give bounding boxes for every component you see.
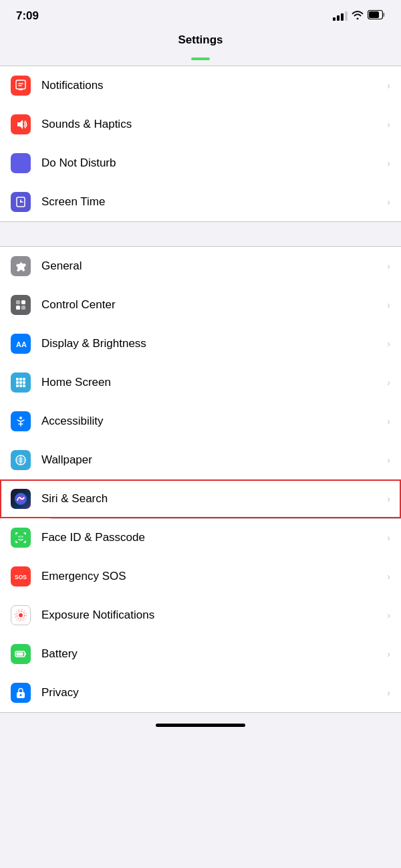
- settings-row-accessibility[interactable]: Accessibility ›: [0, 402, 401, 441]
- accessibility-chevron: ›: [387, 416, 390, 427]
- settings-row-privacy[interactable]: Privacy ›: [0, 673, 401, 712]
- settings-row-emergencysos[interactable]: SOS Emergency SOS ›: [0, 557, 401, 596]
- settings-row-general[interactable]: General ›: [0, 247, 401, 286]
- sounds-icon: [11, 114, 31, 134]
- settings-group-2: General › Control Center › AA Display & …: [0, 246, 401, 713]
- settings-group-1: Notifications › Sounds & Haptics › Do No…: [0, 66, 401, 222]
- svg-rect-22: [16, 385, 19, 387]
- svg-rect-13: [16, 306, 20, 310]
- wallpaper-chevron: ›: [387, 455, 390, 465]
- svg-text:AA: AA: [16, 340, 27, 348]
- homescreen-icon: [11, 372, 31, 393]
- svg-point-31: [22, 536, 23, 538]
- svg-point-30: [19, 536, 20, 538]
- svg-point-34: [19, 613, 23, 617]
- donotdisturb-chevron: ›: [387, 158, 390, 169]
- svg-rect-4: [19, 89, 23, 90]
- settings-row-sounds[interactable]: Sounds & Haptics ›: [0, 105, 401, 144]
- accessibility-label: Accessibility: [41, 415, 382, 428]
- screentime-chevron: ›: [387, 197, 390, 207]
- notifications-icon: [11, 76, 31, 96]
- scroll-hint: [0, 55, 401, 66]
- settings-row-exposure[interactable]: Exposure Notifications ›: [0, 596, 401, 635]
- status-icons: [333, 10, 385, 22]
- home-bar: [0, 713, 401, 732]
- svg-rect-39: [17, 653, 23, 656]
- notifications-chevron: ›: [387, 80, 390, 91]
- svg-rect-23: [19, 385, 22, 387]
- screentime-icon: [11, 192, 31, 212]
- privacy-chevron: ›: [387, 687, 390, 698]
- notifications-label: Notifications: [41, 79, 382, 92]
- svg-rect-17: [19, 378, 22, 381]
- settings-row-homescreen[interactable]: Home Screen ›: [0, 363, 401, 402]
- status-time: 7:09: [16, 9, 39, 23]
- siri-chevron: ›: [387, 494, 390, 504]
- svg-point-9: [20, 201, 21, 203]
- wifi-icon: [352, 10, 364, 22]
- battery-row-icon: [11, 644, 31, 664]
- svg-rect-14: [21, 306, 25, 310]
- settings-row-controlcenter[interactable]: Control Center ›: [0, 286, 401, 324]
- screentime-label: Screen Time: [41, 195, 382, 209]
- exposure-chevron: ›: [387, 610, 390, 621]
- status-bar: 7:09: [0, 0, 401, 28]
- settings-row-battery[interactable]: Battery ›: [0, 635, 401, 673]
- svg-rect-2: [369, 11, 379, 18]
- page-title: Settings: [178, 33, 223, 46]
- privacy-label: Privacy: [41, 686, 382, 699]
- svg-rect-21: [23, 381, 25, 384]
- battery-label: Battery: [41, 647, 382, 661]
- display-label: Display & Brightness: [41, 337, 382, 350]
- controlcenter-chevron: ›: [387, 300, 390, 310]
- settings-row-siri[interactable]: Siri & Search ›: [0, 479, 401, 518]
- settings-row-wallpaper[interactable]: Wallpaper ›: [0, 441, 401, 479]
- svg-rect-38: [25, 653, 26, 655]
- spacer-1: [0, 222, 401, 246]
- display-chevron: ›: [387, 338, 390, 349]
- home-indicator: [156, 724, 245, 727]
- donotdisturb-label: Do Not Disturb: [41, 156, 382, 170]
- signal-icon: [333, 11, 348, 21]
- svg-rect-18: [23, 378, 25, 381]
- svg-rect-3: [16, 80, 25, 89]
- svg-point-25: [19, 417, 22, 419]
- svg-text:SOS: SOS: [15, 574, 27, 580]
- svg-rect-12: [21, 300, 25, 304]
- sounds-label: Sounds & Haptics: [41, 118, 382, 131]
- svg-point-41: [20, 694, 22, 696]
- scroll-indicator: [191, 58, 210, 60]
- settings-row-screentime[interactable]: Screen Time ›: [0, 183, 401, 221]
- page-header: Settings: [0, 28, 401, 55]
- settings-row-notifications[interactable]: Notifications ›: [0, 66, 401, 105]
- settings-row-display[interactable]: AA Display & Brightness ›: [0, 324, 401, 363]
- battery-icon: [368, 10, 385, 22]
- emergencysos-icon: SOS: [11, 566, 31, 586]
- faceid-icon: [11, 528, 31, 548]
- privacy-icon: [11, 683, 31, 703]
- settings-row-donotdisturb[interactable]: Do Not Disturb ›: [0, 144, 401, 183]
- svg-rect-1: [383, 13, 385, 17]
- emergencysos-label: Emergency SOS: [41, 570, 382, 583]
- svg-rect-16: [16, 378, 19, 381]
- wallpaper-label: Wallpaper: [41, 453, 382, 467]
- exposure-label: Exposure Notifications: [41, 609, 382, 622]
- emergencysos-chevron: ›: [387, 571, 390, 582]
- svg-rect-20: [19, 381, 22, 384]
- accessibility-icon: [11, 411, 31, 431]
- homescreen-chevron: ›: [387, 377, 390, 388]
- exposure-icon: [11, 605, 31, 625]
- settings-row-faceid[interactable]: Face ID & Passcode ›: [0, 518, 401, 557]
- svg-rect-11: [16, 300, 20, 304]
- display-icon: AA: [11, 334, 31, 354]
- sounds-chevron: ›: [387, 119, 390, 130]
- svg-marker-7: [17, 120, 23, 129]
- wallpaper-icon: [11, 450, 31, 470]
- siri-icon: [11, 489, 31, 509]
- donotdisturb-icon: [11, 153, 31, 173]
- faceid-chevron: ›: [387, 532, 390, 543]
- siri-label: Siri & Search: [41, 492, 382, 506]
- homescreen-label: Home Screen: [41, 376, 382, 389]
- controlcenter-icon: [11, 295, 31, 315]
- svg-rect-19: [16, 381, 19, 384]
